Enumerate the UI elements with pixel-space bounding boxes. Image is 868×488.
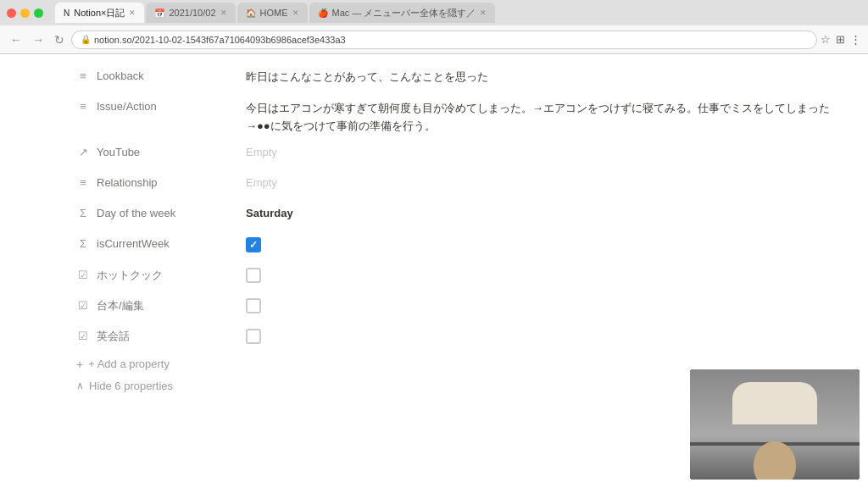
properties-table: ≡ Lookback 昨日はこんなことがあって、こんなことを思った ≡ Issu… [76,63,851,396]
video-overlay [690,369,860,480]
apple-icon: 🍎 [318,8,328,18]
prop-label-is-current-week: Σ isCurrentWeek [76,234,246,250]
bookmark-icon[interactable]: ☆ [821,33,831,46]
prop-value-youtube[interactable]: Empty [246,142,851,158]
prop-name-issue: Issue/Action [97,100,157,113]
prop-row-day-of-week: Σ Day of the week Saturday [76,200,851,230]
sidebar-space [0,54,59,488]
tab-mac-label: Mac — メニューバー全体を隠す／ [332,7,476,19]
prop-row-hot-cook: ☑ ホットクック [76,261,851,291]
checkbox-icon-hot-cook: ☑ [76,269,90,281]
menu-icon[interactable]: ⋮ [850,33,861,46]
fullscreen-button[interactable] [34,8,43,18]
traffic-lights [7,8,43,18]
prop-value-day-of-week: Saturday [246,203,851,219]
prop-row-is-current-week: Σ isCurrentWeek [76,230,851,261]
home-icon: 🏠 [246,8,256,18]
prop-name-hot-cook: ホットクック [97,268,163,283]
browser-window: N Notion×日記 ✕ 📅 2021/10/02 ✕ 🏠 HOME ✕ 🍎 … [0,0,868,488]
titlebar: N Notion×日記 ✕ 📅 2021/10/02 ✕ 🏠 HOME ✕ 🍎 … [0,0,868,25]
checkbox-hot-cook[interactable] [246,268,261,283]
prop-label-day-of-week: Σ Day of the week [76,203,246,219]
page-content-area: ≡ Lookback 昨日はこんなことがあって、こんなことを思った ≡ Issu… [0,54,868,488]
tab-notion[interactable]: N Notion×日記 ✕ [55,3,144,23]
prop-name-youtube: YouTube [97,146,140,158]
prop-label-relationship: ≡ Relationship [76,173,246,189]
prop-name-script-edit: 台本/編集 [97,298,144,313]
checkbox-icon-script: ☑ [76,299,90,312]
prop-label-english: ☑ 英会話 [76,325,246,344]
prop-value-hot-cook[interactable] [246,264,851,283]
prop-row-script-edit: ☑ 台本/編集 [76,291,851,322]
prop-label-youtube: ↗ YouTube [76,142,246,158]
checkbox-english[interactable] [246,329,261,344]
toolbar: ← → ↻ 🔒 notion.so/2021-10-02-1543f67a710… [0,25,868,54]
tab-date-label: 2021/10/02 [169,8,215,18]
prop-label-hot-cook: ☑ ホットクック [76,264,246,283]
text-icon-lookback: ≡ [76,69,90,82]
notion-icon: N [64,8,70,18]
prop-value-issue[interactable]: 今日はエアコンが寒すぎて朝何度も目が冷めてしまった。→エアコンをつけずに寝てみる… [246,97,851,136]
prop-row-lookback: ≡ Lookback 昨日はこんなことがあって、こんなことを思った [76,63,851,93]
person-body [732,382,817,424]
text-icon-issue: ≡ [76,100,90,113]
prop-value-script-edit[interactable] [246,295,851,313]
tab-home-label: HOME [260,8,288,18]
prop-name-english: 英会話 [97,329,130,344]
prop-row-relationship: ≡ Relationship Empty [76,169,851,200]
prop-name-day-of-week: Day of the week [97,207,175,219]
prop-value-is-current-week[interactable] [246,234,851,252]
tab-home[interactable]: 🏠 HOME ✕ [237,3,308,23]
chevron-up-icon: ∧ [76,380,84,391]
url-icon-youtube: ↗ [76,146,90,158]
tab-close-notion[interactable]: ✕ [129,8,136,17]
prop-value-lookback[interactable]: 昨日はこんなことがあって、こんなことを思った [246,66,851,85]
prop-value-relationship[interactable]: Empty [246,173,851,189]
checkbox-icon-english: ☑ [76,330,90,342]
prop-name-is-current-week: isCurrentWeek [97,237,170,250]
prop-name-lookback: Lookback [97,69,144,82]
forward-button[interactable]: → [29,31,47,48]
tab-close-date[interactable]: ✕ [220,8,227,17]
back-button[interactable]: ← [7,31,25,48]
page-content: ≡ Lookback 昨日はこんなことがあって、こんなことを思った ≡ Issu… [59,54,868,488]
minimize-button[interactable] [20,8,30,18]
add-property-label: + Add a property [88,358,170,370]
prop-row-english: ☑ 英会話 [76,322,851,352]
tab-mac[interactable]: 🍎 Mac — メニューバー全体を隠す／ ✕ [309,3,496,23]
tab-bar: N Notion×日記 ✕ 📅 2021/10/02 ✕ 🏠 HOME ✕ 🍎 … [55,3,861,23]
address-bar[interactable]: 🔒 notion.so/2021-10-02-1543f67a71064093b… [71,30,817,49]
toolbar-actions: ☆ ⊞ ⋮ [821,33,861,46]
extensions-icon[interactable]: ⊞ [836,33,845,46]
prop-row-issue: ≡ Issue/Action 今日はエアコンが寒すぎて朝何度も目が冷めてしまった… [76,93,851,139]
prop-name-relationship: Relationship [97,176,158,189]
video-person [690,369,860,480]
prop-label-issue: ≡ Issue/Action [76,97,246,113]
prop-label-script-edit: ☑ 台本/編集 [76,295,246,313]
hide-properties-label: Hide 6 properties [89,380,173,392]
formula-icon-week: Σ [76,237,90,250]
prop-value-english[interactable] [246,325,851,344]
calendar-icon: 📅 [154,8,164,18]
formula-icon-day: Σ [76,207,90,219]
url-text: notion.so/2021-10-02-1543f67a71064093b69… [94,35,346,45]
plus-icon: + [76,358,83,371]
tab-date[interactable]: 📅 2021/10/02 ✕ [146,3,235,23]
checkbox-is-current-week[interactable] [246,237,261,252]
lock-icon: 🔒 [81,35,91,44]
prop-row-youtube: ↗ YouTube Empty [76,139,851,169]
close-button[interactable] [7,8,16,18]
reload-button[interactable]: ↻ [51,31,68,48]
tab-close-home[interactable]: ✕ [292,8,299,17]
prop-label-lookback: ≡ Lookback [76,66,246,82]
checkbox-script-edit[interactable] [246,298,261,313]
tab-notion-label: Notion×日記 [74,7,125,19]
tab-close-mac[interactable]: ✕ [480,8,487,17]
text-icon-relationship: ≡ [76,176,90,189]
